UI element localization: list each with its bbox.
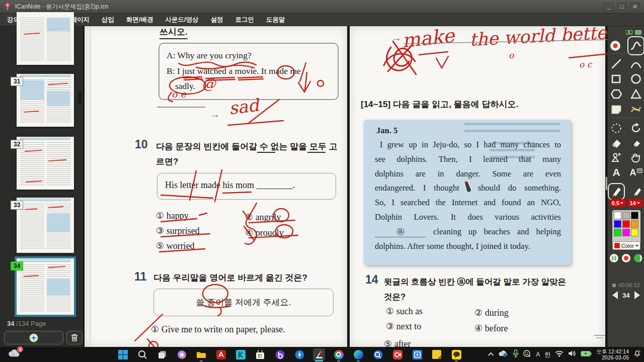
pan-hand-tool[interactable] <box>628 150 643 165</box>
play-button[interactable] <box>633 253 643 263</box>
color-swatch-yellow[interactable] <box>631 229 638 236</box>
notification-badge: 3 <box>17 346 23 352</box>
windows-start-button[interactable] <box>117 348 129 360</box>
add-page-button[interactable] <box>4 331 63 344</box>
color-picker-button[interactable]: Color <box>612 241 640 250</box>
copilot-icon[interactable] <box>176 348 188 360</box>
thumbnail-page-31[interactable]: 31 <box>17 74 74 127</box>
menu-item-sound-video[interactable]: 사운드/영상 <box>165 16 198 24</box>
menu-item-help[interactable]: 도움말 <box>266 16 285 24</box>
color-swatch-magenta[interactable] <box>622 229 630 236</box>
thumbnail-page-30[interactable] <box>17 12 74 65</box>
k-app-icon[interactable] <box>234 348 247 360</box>
menu-item-settings[interactable]: 설정 <box>210 16 223 24</box>
color-swatch-gray[interactable] <box>622 212 630 219</box>
active-indicator <box>315 360 323 361</box>
text-keyboard-tool[interactable]: A <box>628 165 643 180</box>
circle-tool[interactable] <box>628 71 643 86</box>
menu-bar: 강의 저장/인쇄 페이지 삽입 화면/배경 사운드/영상 설정 로그인 도움말 <box>0 14 644 26</box>
microphone-icon[interactable] <box>513 349 519 359</box>
delete-page-button[interactable] <box>66 331 83 344</box>
color-swatch-white[interactable] <box>614 212 621 219</box>
arc-tool[interactable] <box>628 56 643 71</box>
rectangle-tool[interactable] <box>609 71 624 86</box>
sidebar-scrollbar[interactable] <box>78 92 82 104</box>
minimize-button[interactable]: _ <box>604 3 614 11</box>
canvas-area[interactable]: 쓰시오. A: Why are you crying? B: I just wa… <box>83 26 607 347</box>
arrow-glyph: → <box>210 109 220 120</box>
menu-item-login[interactable]: 로그인 <box>235 16 254 24</box>
ime-korean-indicator[interactable]: 한 <box>544 350 550 359</box>
color-swatch-blue[interactable] <box>614 220 621 228</box>
ime-emoji-icon[interactable] <box>523 349 531 359</box>
small-eraser-tool[interactable] <box>628 136 643 151</box>
pen-tool-selected[interactable] <box>627 36 644 55</box>
thumbnail-page-33[interactable]: 33 <box>17 198 74 253</box>
cloud-app-icon[interactable]: 3 <box>8 348 21 360</box>
volume-icon[interactable] <box>568 350 576 359</box>
notification-bell-icon[interactable] <box>633 349 641 359</box>
battery-icon[interactable] <box>581 350 592 359</box>
stamp-tool[interactable] <box>609 150 624 165</box>
record-button[interactable] <box>621 253 631 263</box>
text-tool[interactable]: A <box>609 165 624 180</box>
q14-option-4: ④ before <box>474 323 508 334</box>
record-dot-tool[interactable] <box>608 38 623 53</box>
lightning-app-icon[interactable] <box>293 348 305 360</box>
capture-tool-icon[interactable] <box>411 348 423 360</box>
memo-app-icon[interactable] <box>431 348 443 360</box>
stroke-width-dropdown[interactable]: 0.5 <box>610 199 625 207</box>
screen-recorder-icon[interactable] <box>391 348 404 360</box>
icannote-taskbar-icon[interactable] <box>313 348 325 360</box>
hexagon-tool[interactable] <box>609 86 624 102</box>
lasso-select-tool[interactable] <box>609 121 624 136</box>
wifi-icon[interactable] <box>555 350 564 359</box>
whale-browser-icon[interactable] <box>372 348 384 360</box>
passage-date: Jan. 5 <box>376 126 397 136</box>
arrow-glyph: → <box>391 32 401 44</box>
microsoft-store-icon[interactable] <box>254 348 266 360</box>
eraser-tool[interactable] <box>609 136 624 151</box>
search-icon[interactable] <box>136 348 148 360</box>
menu-item-insert[interactable]: 삽입 <box>102 16 114 24</box>
thumbnail-page-32[interactable]: 32 <box>17 137 74 190</box>
prev-page-button[interactable] <box>612 291 618 299</box>
pencil2-tool[interactable] <box>629 184 644 199</box>
pencil-tool-selected[interactable] <box>608 183 625 200</box>
color-swatch-green[interactable] <box>614 229 621 236</box>
close-button[interactable]: ✕ <box>630 3 640 11</box>
sticky-note-tool[interactable] <box>609 102 624 117</box>
menu-item-screen-background[interactable]: 화면/배경 <box>126 16 153 24</box>
color-swatch-black[interactable] <box>631 212 638 219</box>
rotate-tool[interactable] <box>628 121 643 136</box>
curve-edit-tool[interactable] <box>628 102 643 117</box>
q10-text: 다음 문장의 빈칸에 들어갈 수 없는 말을 모두 고르면? <box>156 139 341 169</box>
onedrive-icon[interactable] <box>498 350 508 359</box>
q14-option-3: ③ next to <box>386 321 421 332</box>
dual-screen-icon[interactable] <box>626 28 632 37</box>
blank-a: ⓐ <box>375 227 426 237</box>
task-view-icon[interactable] <box>156 348 168 360</box>
maximize-button[interactable]: □ <box>617 3 627 11</box>
stop-icon[interactable] <box>612 284 616 287</box>
bixby-icon[interactable] <box>274 348 286 360</box>
q10-option-4: ④ proudly <box>245 227 284 238</box>
taskbar-clock[interactable]: 오후 12:42:14 2026-03-05 <box>596 348 629 360</box>
color-swatch-orange[interactable] <box>631 220 638 228</box>
triangle-tool[interactable] <box>628 86 643 102</box>
screen-share-icon[interactable] <box>635 28 641 37</box>
kakaotalk-icon[interactable] <box>450 348 462 360</box>
pause-button[interactable] <box>609 253 619 263</box>
color-swatch-red[interactable] <box>622 220 630 228</box>
line-tool[interactable] <box>609 56 624 71</box>
ime-english-indicator[interactable]: A <box>536 351 540 358</box>
thumbnail-page-34-selected[interactable]: 34 <box>17 258 74 315</box>
next-page-button[interactable] <box>634 291 640 299</box>
chrome-icon[interactable] <box>333 348 345 360</box>
show-hidden-icons-chevron[interactable] <box>488 352 494 358</box>
edge-icon[interactable] <box>352 348 364 360</box>
file-explorer-icon[interactable] <box>195 348 207 360</box>
thumbnail-sidebar: 31 32 33 34 <box>0 26 83 347</box>
acrobat-icon[interactable] <box>215 348 227 360</box>
font-size-dropdown[interactable]: 14 <box>627 199 642 207</box>
